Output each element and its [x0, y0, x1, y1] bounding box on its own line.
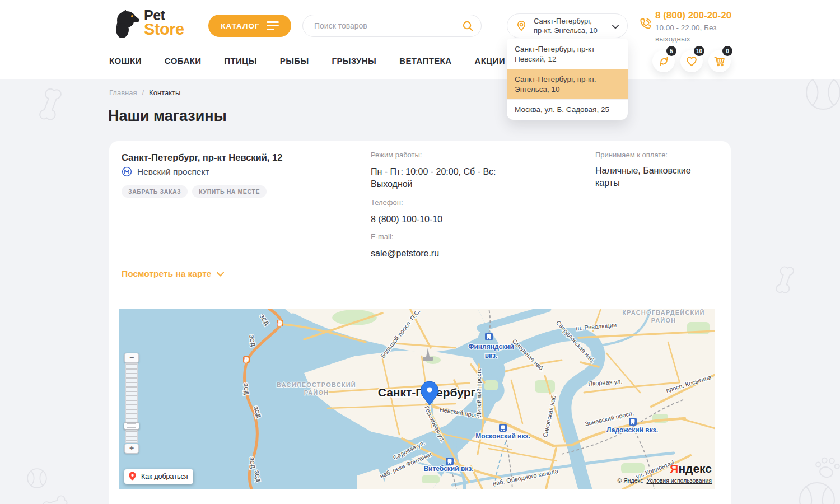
city-selector: Санкт-Петербург, пр-кт. Энгельса, 10 Сан…	[507, 13, 628, 38]
working-hours-value: Пн - Пт: 10:00 - 20:00, Сб - Вс: Выходно…	[371, 166, 502, 190]
search-icon[interactable]	[462, 20, 474, 32]
breadcrumb-home[interactable]: Главная	[109, 88, 137, 97]
map-label: Ладожский вкз.	[606, 426, 658, 434]
search-bar	[302, 15, 482, 37]
cart-button[interactable]: 0	[708, 50, 731, 72]
compare-badge: 5	[666, 46, 676, 56]
header-phone-number[interactable]: 8 (800) 200-20-20	[655, 10, 731, 21]
map-label: ЗСД	[242, 383, 250, 396]
nav-item-2[interactable]: ПТИЦЫ	[224, 56, 256, 66]
breadcrumb-current: Контакты	[149, 88, 180, 97]
breadcrumb: Главная / Контакты	[109, 88, 180, 97]
store-name: Санкт-Петербург, пр-кт Невский, 12	[122, 152, 282, 163]
heart-icon	[685, 54, 698, 68]
metro-row: Невский проспект	[122, 166, 209, 177]
map-canvas: ₽ ₽ Санкт-ПетербургВАСИЛЕОСТРОВСК	[119, 309, 715, 489]
payment-label: Принимаем к оплате:	[595, 151, 668, 159]
city-option-1[interactable]: Санкт-Петербург, пр-кт. Энгельса, 10	[507, 69, 628, 99]
cart-badge: 0	[722, 46, 732, 56]
store-tag-0: ЗАБРАТЬ ЗАКАЗ	[122, 185, 188, 198]
header: Pet Store КАТАЛОГ Санкт-Петербург,	[0, 0, 840, 79]
metro-icon	[122, 166, 132, 177]
contacts-page: Pet Store КАТАЛОГ Санкт-Петербург,	[0, 0, 840, 504]
store-phone-value: 8 (800) 100-10-10	[371, 213, 442, 226]
logo-text: Pet Store	[144, 9, 184, 37]
paw-decoration	[809, 450, 840, 483]
city-selector-toggle[interactable]: Санкт-Петербург, пр-кт. Энгельса, 10	[507, 13, 628, 38]
nav-item-3[interactable]: РЫБЫ	[280, 56, 309, 66]
map-label: Витебский вкз.	[423, 465, 473, 473]
map-label: ВАСИЛЕОСТРОВСКИЙ	[277, 381, 356, 388]
store-card: Санкт-Петербург, пр-кт Невский, 12 Невск…	[109, 141, 731, 504]
selected-city: Санкт-Петербург, пр-кт. Энгельса, 10	[534, 16, 598, 35]
main-nav: КОШКИСОБАКИПТИЦЫРЫБЫГРЫЗУНЫВЕТАПТЕКААКЦИ…	[109, 56, 505, 66]
search-input[interactable]	[314, 15, 454, 36]
compare-icon	[657, 55, 670, 68]
page-title: Наши магазины	[108, 108, 227, 125]
breadcrumb-separator: /	[142, 88, 144, 97]
store-tags: ЗАБРАТЬ ЗАКАЗКУПИТЬ НА МЕСТЕ	[122, 185, 267, 198]
map-label: вкз.	[485, 352, 498, 360]
zoom-slider-handle[interactable]	[124, 422, 139, 430]
map-label: РАЙОН	[304, 389, 329, 396]
directions-button-label: Как добраться	[141, 473, 188, 480]
catalog-button[interactable]: КАТАЛОГ	[208, 15, 291, 37]
header-icon-buttons: 5 10 0	[652, 50, 731, 72]
nav-item-1[interactable]: СОБАКИ	[165, 56, 202, 66]
bone-decoration	[25, 82, 73, 130]
logo[interactable]: Pet Store	[109, 8, 176, 43]
header-working-hours: 10.00 - 22.00, Без выходных	[655, 22, 734, 44]
show-on-map-label: Посмотреть на карте	[122, 269, 211, 279]
nav-item-0[interactable]: КОШКИ	[109, 56, 142, 66]
tennis-ball-decoration	[27, 468, 47, 488]
favorites-badge: 10	[694, 46, 704, 56]
map-zoom-control: − +	[124, 353, 139, 454]
petstore-logo-icon	[109, 8, 142, 41]
yandex-logo[interactable]: Яндекс	[670, 462, 712, 475]
chevron-down-icon	[612, 25, 619, 29]
compare-button[interactable]: 5	[652, 50, 675, 72]
map-copyright: © Яндекс	[617, 477, 643, 484]
map-label: Литейный просп.	[475, 368, 482, 417]
bone-decoration	[36, 487, 71, 504]
zoom-slider-track[interactable]	[125, 363, 138, 443]
payment-value: Наличные, Банковские карты	[595, 165, 699, 189]
map-label: Финляндский	[468, 343, 514, 351]
bone-decoration	[763, 260, 805, 301]
city-option-2[interactable]: Москва, ул. Б. Садовая, 25	[507, 99, 628, 120]
location-pin-icon	[515, 19, 528, 32]
chevron-down-icon	[217, 272, 224, 277]
svg-text:₽: ₽	[245, 357, 248, 363]
email-label: E-mail:	[371, 232, 393, 241]
yandex-pin-icon	[128, 471, 137, 482]
zoom-out-button[interactable]: −	[124, 353, 139, 363]
hamburger-icon	[267, 21, 279, 30]
yandex-map[interactable]: ₽ ₽ Санкт-ПетербургВАСИЛЕОСТРОВСК	[119, 309, 715, 489]
logo-line2: Store	[144, 22, 184, 37]
tennis-ball-decoration	[799, 482, 836, 504]
directions-button[interactable]: Как добраться	[124, 469, 193, 484]
phone-icon	[637, 17, 652, 32]
favorites-button[interactable]: 10	[680, 50, 703, 72]
working-hours-label: Режим работы:	[371, 151, 422, 159]
phone-label: Телефон:	[371, 198, 403, 207]
nav-item-5[interactable]: ВЕТАПТЕКА	[399, 56, 451, 66]
catalog-button-label: КАТАЛОГ	[221, 22, 259, 30]
map-label: РАЙОН	[651, 317, 676, 324]
store-tag-1: КУПИТЬ НА МЕСТЕ	[192, 185, 267, 198]
cart-icon	[713, 54, 726, 68]
city-option-0[interactable]: Санкт-Петербург, пр-кт Невский, 12	[507, 39, 628, 69]
svg-text:₽: ₽	[278, 321, 282, 326]
city-dropdown-list: Санкт-Петербург, пр-кт Невский, 12Санкт-…	[507, 39, 628, 120]
store-email-value: sale@petstore.ru	[371, 248, 439, 260]
map-label: Московский вкз.	[475, 432, 530, 440]
tennis-ball-decoration	[805, 74, 840, 110]
show-on-map-link[interactable]: Посмотреть на карте	[122, 269, 224, 279]
map-attribution: © Яндекс Условия использования	[617, 477, 712, 484]
nav-item-4[interactable]: ГРЫЗУНЫ	[332, 56, 377, 66]
zoom-in-button[interactable]: +	[124, 444, 139, 454]
nav-item-6[interactable]: АКЦИИ	[474, 56, 505, 66]
metro-station-name: Невский проспект	[137, 167, 209, 177]
terms-of-use-link[interactable]: Условия использования	[646, 477, 712, 484]
map-label: КРАСНОГВАРДЕЙСКИЙ	[622, 309, 704, 316]
